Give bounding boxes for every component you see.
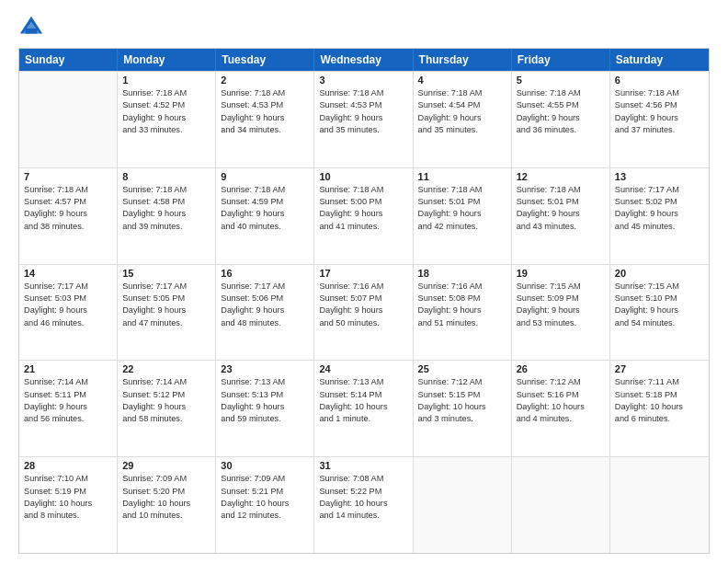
header-day-thursday: Thursday [414,49,512,71]
calendar-cell: 2Sunrise: 7:18 AMSunset: 4:53 PMDaylight… [216,72,314,167]
day-number: 7 [24,171,112,182]
cell-line: Daylight: 9 hours [418,208,506,220]
calendar-body: 1Sunrise: 7:18 AMSunset: 4:52 PMDaylight… [19,71,709,553]
calendar-cell: 17Sunrise: 7:16 AMSunset: 5:07 PMDayligh… [314,265,413,361]
cell-line: Sunrise: 7:17 AM [122,281,210,293]
cell-line: and 59 minutes. [221,413,309,425]
calendar-cell: 10Sunrise: 7:18 AMSunset: 5:00 PMDayligh… [314,168,413,264]
cell-line: Sunrise: 7:18 AM [24,184,112,196]
day-number: 31 [319,460,407,471]
cell-line: Daylight: 9 hours [122,401,210,413]
calendar-cell: 14Sunrise: 7:17 AMSunset: 5:03 PMDayligh… [19,265,118,361]
calendar-cell: 4Sunrise: 7:18 AMSunset: 4:54 PMDaylight… [414,72,512,167]
cell-line: and 37 minutes. [615,124,704,136]
cell-line: Sunset: 5:10 PM [615,293,704,304]
cell-line: Daylight: 10 hours [418,401,506,413]
cell-line: Sunrise: 7:12 AM [418,376,506,388]
cell-line: and 36 minutes. [517,124,605,136]
day-number: 23 [221,363,309,374]
cell-line: Sunset: 4:58 PM [122,196,210,208]
svg-rect-2 [25,29,37,34]
day-number: 11 [418,171,506,182]
cell-line: Sunset: 5:22 PM [319,486,407,498]
calendar-cell [610,457,709,553]
cell-line: Sunrise: 7:12 AM [517,376,605,388]
cell-line: and 10 minutes. [122,510,210,522]
cell-line: Sunrise: 7:17 AM [221,281,309,293]
calendar-cell: 16Sunrise: 7:17 AMSunset: 5:06 PMDayligh… [216,265,314,361]
cell-line: Sunset: 5:14 PM [319,389,407,401]
day-number: 8 [122,171,210,182]
cell-line: Daylight: 10 hours [122,498,210,510]
cell-line: Daylight: 9 hours [122,112,210,124]
cell-line: Sunrise: 7:17 AM [24,281,112,293]
day-number: 5 [517,75,605,86]
cell-line: Sunset: 5:05 PM [122,293,210,304]
day-number: 26 [517,363,605,374]
calendar-cell: 20Sunrise: 7:15 AMSunset: 5:10 PMDayligh… [610,265,709,361]
calendar-cell: 6Sunrise: 7:18 AMSunset: 4:56 PMDaylight… [610,72,709,167]
cell-line: Sunset: 4:52 PM [122,99,210,111]
cell-line: and 14 minutes. [319,510,407,522]
header-day-wednesday: Wednesday [314,49,413,71]
calendar-week-1: 1Sunrise: 7:18 AMSunset: 4:52 PMDaylight… [19,71,709,167]
day-number: 3 [319,75,407,86]
day-number: 15 [122,268,210,279]
cell-line: Daylight: 9 hours [615,304,704,316]
cell-line: and 39 minutes. [122,221,210,233]
calendar-week-5: 28Sunrise: 7:10 AMSunset: 5:19 PMDayligh… [19,456,709,553]
header-day-saturday: Saturday [610,49,709,71]
cell-line: Sunrise: 7:18 AM [418,87,506,99]
cell-line: Sunrise: 7:18 AM [221,184,309,196]
calendar-cell: 28Sunrise: 7:10 AMSunset: 5:19 PMDayligh… [19,457,118,553]
day-number: 12 [517,171,605,182]
cell-line: Daylight: 9 hours [221,304,309,316]
cell-line: Sunset: 5:12 PM [122,389,210,401]
header-day-tuesday: Tuesday [216,49,314,71]
calendar-cell: 11Sunrise: 7:18 AMSunset: 5:01 PMDayligh… [414,168,512,264]
day-number: 25 [418,363,506,374]
calendar-cell: 19Sunrise: 7:15 AMSunset: 5:09 PMDayligh… [512,265,610,361]
cell-line: Sunrise: 7:09 AM [221,473,309,485]
calendar-cell: 15Sunrise: 7:17 AMSunset: 5:05 PMDayligh… [118,265,216,361]
cell-line: Sunset: 5:11 PM [24,389,112,401]
cell-line: Sunset: 5:20 PM [122,486,210,498]
cell-line: Sunrise: 7:13 AM [319,376,407,388]
cell-line: Daylight: 9 hours [24,304,112,316]
cell-line: Sunrise: 7:18 AM [615,87,704,99]
cell-line: Sunrise: 7:13 AM [221,376,309,388]
calendar-cell [414,457,512,553]
cell-line: Daylight: 9 hours [517,112,605,124]
calendar-cell: 8Sunrise: 7:18 AMSunset: 4:58 PMDaylight… [118,168,216,264]
cell-line: Daylight: 9 hours [221,401,309,413]
day-number: 29 [122,460,210,471]
calendar-cell: 24Sunrise: 7:13 AMSunset: 5:14 PMDayligh… [314,361,413,456]
cell-line: Sunrise: 7:15 AM [615,281,704,293]
cell-line: Sunset: 5:18 PM [615,389,704,401]
day-number: 22 [122,363,210,374]
cell-line: Sunrise: 7:18 AM [122,87,210,99]
calendar-cell: 18Sunrise: 7:16 AMSunset: 5:08 PMDayligh… [414,265,512,361]
cell-line: Sunset: 5:15 PM [418,389,506,401]
day-number: 4 [418,75,506,86]
cell-line: Sunset: 5:09 PM [517,293,605,304]
cell-line: and 38 minutes. [24,221,112,233]
cell-line: Daylight: 9 hours [517,208,605,220]
calendar-cell: 7Sunrise: 7:18 AMSunset: 4:57 PMDaylight… [19,168,118,264]
calendar-cell: 25Sunrise: 7:12 AMSunset: 5:15 PMDayligh… [414,361,512,456]
calendar-cell: 9Sunrise: 7:18 AMSunset: 4:59 PMDaylight… [216,168,314,264]
day-number: 27 [615,363,704,374]
cell-line: Sunset: 5:00 PM [319,196,407,208]
day-number: 17 [319,268,407,279]
header [18,15,710,40]
cell-line: Daylight: 10 hours [24,498,112,510]
cell-line: Daylight: 10 hours [615,401,704,413]
cell-line: Daylight: 9 hours [221,208,309,220]
cell-line: Sunset: 4:55 PM [517,99,605,111]
cell-line: and 33 minutes. [122,124,210,136]
cell-line: and 34 minutes. [221,124,309,136]
cell-line: Sunset: 5:07 PM [319,293,407,304]
cell-line: Daylight: 9 hours [319,304,407,316]
cell-line: Daylight: 9 hours [418,112,506,124]
cell-line: and 50 minutes. [319,317,407,329]
